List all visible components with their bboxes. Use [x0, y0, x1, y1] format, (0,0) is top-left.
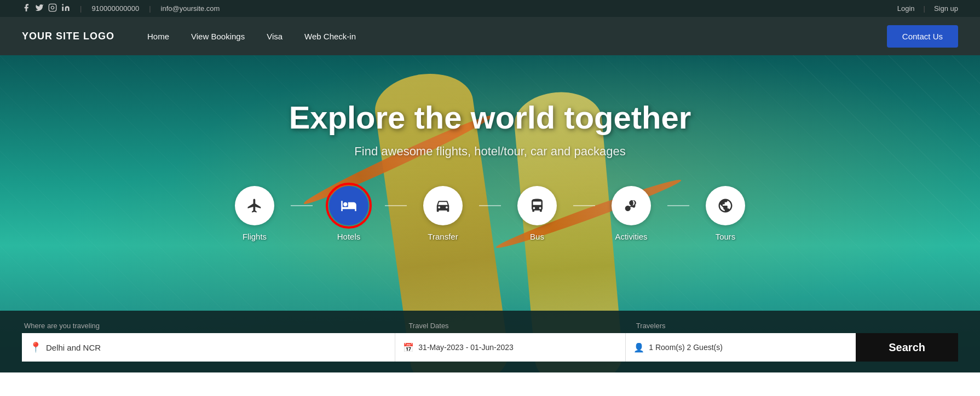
hero-subtitle: Find awesome flights, hotel/tour, car an… — [289, 144, 691, 159]
location-icon: 📍 — [30, 341, 42, 353]
twitter-icon[interactable] — [35, 3, 44, 14]
service-bus[interactable]: Bus — [501, 186, 573, 241]
connector-2 — [385, 205, 407, 206]
connector-5 — [667, 205, 689, 206]
tours-icon-circle — [706, 186, 745, 225]
transfer-icon-circle — [423, 186, 463, 225]
linkedin-icon[interactable] — [61, 3, 70, 14]
instagram-icon[interactable] — [48, 3, 57, 14]
service-transfer[interactable]: Transfer — [407, 186, 479, 241]
dates-label: Travel Dates — [401, 322, 628, 330]
travelers-label: Travelers — [629, 322, 856, 330]
service-tours[interactable]: Tours — [689, 186, 762, 241]
search-button[interactable]: Search — [856, 333, 958, 362]
nav-view-bookings[interactable]: View Bookings — [191, 32, 245, 41]
destination-field[interactable]: 📍 Delhi and NCR — [22, 333, 395, 362]
connector-3 — [479, 205, 501, 206]
bus-label: Bus — [530, 232, 544, 241]
topbar-divider1: | — [80, 4, 82, 13]
hero-content: Explore the world together Find awesome … — [289, 55, 691, 186]
activities-icon-circle — [612, 186, 651, 225]
hero-section: Explore the world together Find awesome … — [0, 55, 980, 372]
nav-web-checkin[interactable]: Web Check-in — [304, 32, 356, 41]
nav-links: Home View Bookings Visa Web Check-in — [147, 32, 887, 41]
email-address: info@yoursite.com — [161, 4, 220, 13]
transfer-label: Transfer — [428, 232, 458, 241]
hotels-icon-circle — [329, 186, 368, 225]
bus-icon-circle — [517, 186, 557, 225]
flights-icon-circle — [235, 186, 274, 225]
contact-us-button[interactable]: Contact Us — [887, 25, 958, 48]
travelers-value: 1 Room(s) 2 Guest(s) — [649, 343, 723, 352]
nav-visa[interactable]: Visa — [267, 32, 283, 41]
signup-link[interactable]: Sign up — [934, 4, 958, 13]
facebook-icon[interactable] — [22, 3, 31, 14]
hero-title: Explore the world together — [289, 99, 691, 136]
social-icons — [22, 3, 70, 14]
dates-field[interactable]: 📅 31-May-2023 - 01-Jun-2023 — [395, 333, 625, 362]
topbar-divider2: | — [149, 4, 151, 13]
destination-value: Delhi and NCR — [46, 343, 101, 352]
svg-rect-0 — [49, 4, 56, 11]
phone-number: 910000000000 — [91, 4, 139, 13]
service-flights[interactable]: Flights — [218, 186, 291, 241]
search-bar: Where are you traveling Travel Dates Tra… — [0, 311, 980, 372]
person-icon: 👤 — [633, 342, 644, 353]
calendar-icon: 📅 — [403, 342, 414, 353]
svg-point-2 — [62, 4, 64, 5]
service-hotels[interactable]: Hotels — [313, 186, 385, 241]
top-bar-right: Login | Sign up — [897, 4, 958, 13]
top-bar-left: | 910000000000 | info@yoursite.com — [22, 3, 220, 14]
service-activities[interactable]: Activities — [595, 186, 667, 241]
connector-4 — [573, 205, 595, 206]
login-link[interactable]: Login — [897, 4, 915, 13]
site-logo: YOUR SITE LOGO — [22, 31, 114, 42]
topbar-divider3: | — [924, 4, 925, 13]
nav-home[interactable]: Home — [147, 32, 169, 41]
travelers-field[interactable]: 👤 1 Room(s) 2 Guest(s) — [625, 333, 856, 362]
dates-value: 31-May-2023 - 01-Jun-2023 — [418, 343, 514, 352]
navbar: YOUR SITE LOGO Home View Bookings Visa W… — [0, 17, 980, 55]
service-icons-row: Flights Hotels Transfer — [218, 186, 762, 241]
tours-label: Tours — [716, 232, 736, 241]
connector-1 — [291, 205, 313, 206]
flights-label: Flights — [243, 232, 267, 241]
hotels-label: Hotels — [337, 232, 361, 241]
activities-label: Activities — [615, 232, 647, 241]
top-bar: | 910000000000 | info@yoursite.com Login… — [0, 0, 980, 17]
destination-label: Where are you traveling — [22, 322, 401, 330]
